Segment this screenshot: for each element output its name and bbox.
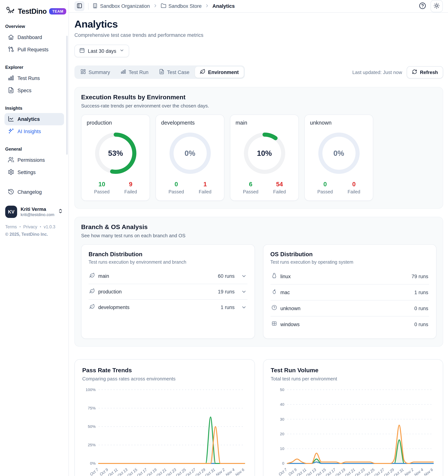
last-updated-label: Last updated: Just now — [352, 69, 402, 75]
breadcrumb-project[interactable]: Sandbox Store — [161, 3, 202, 10]
svg-text:25%: 25% — [88, 443, 96, 447]
divider — [88, 3, 89, 10]
branch-distribution-card: Branch Distribution Test runs execution … — [81, 244, 255, 339]
svg-text:0%: 0% — [90, 461, 96, 465]
sidebar-item-label: Specs — [17, 88, 31, 93]
chevron-down-icon — [119, 48, 124, 54]
sidebar-item-ai-insights[interactable]: AI Insights — [5, 125, 64, 138]
sidebar-scrollbar[interactable] — [66, 36, 68, 155]
run-count: 19 runs — [218, 289, 235, 295]
branch-os-panel: Branch & OS Analysis See how many test r… — [75, 217, 443, 347]
tab-environment[interactable]: Environment — [195, 67, 244, 78]
passed-count: 0 — [169, 181, 184, 188]
sidebar-item-settings[interactable]: Settings — [5, 166, 64, 179]
leaf-icon — [200, 69, 205, 75]
svg-text:Nov 4: Nov 4 — [413, 467, 424, 476]
svg-text:100%: 100% — [86, 387, 96, 392]
os-row-linux: linux 79 runs — [270, 268, 429, 284]
copyright: © 2025, TestDino Inc. — [5, 232, 63, 237]
run-count: 0 runs — [414, 322, 428, 327]
team-badge: TEAM — [49, 8, 66, 15]
svg-text:Oct 31: Oct 31 — [204, 467, 216, 476]
svg-text:Oct 7: Oct 7 — [89, 467, 99, 476]
main-content: Sandbox Organization Sandbox Store Analy… — [69, 0, 448, 476]
leaf-icon — [89, 272, 95, 280]
tab-test-run[interactable]: Test Run — [116, 67, 154, 78]
help-circle-icon — [419, 2, 426, 10]
execution-subtitle: Success-rate trends per environment over… — [81, 103, 437, 109]
gauge-percent: 10% — [241, 130, 287, 176]
svg-text:Nov 2: Nov 2 — [403, 467, 414, 476]
success-rate-gauge: 0% — [167, 130, 213, 176]
help-button[interactable] — [419, 2, 426, 10]
refresh-icon — [412, 69, 417, 75]
chevron-right-icon — [153, 3, 158, 10]
sidebar-item-permissions[interactable]: Permissions — [5, 154, 64, 166]
privacy-link[interactable]: Privacy — [23, 225, 37, 229]
env-card-production: production 53% 10Passed 9Failed — [81, 114, 150, 201]
linux-penguin-icon — [271, 272, 277, 280]
refresh-button[interactable]: Refresh — [407, 66, 443, 78]
theme-toggle-button[interactable] — [431, 0, 443, 12]
os-row-mac: mac 1 runs — [270, 284, 429, 300]
home-icon — [8, 34, 14, 41]
brand[interactable]: TestDino TEAM — [5, 0, 64, 20]
sidebar-item-changelog[interactable]: Changelog — [5, 186, 64, 198]
svg-text:20: 20 — [280, 432, 284, 436]
version-label: v1.0.3 — [44, 225, 55, 229]
dino-logo-icon — [5, 6, 15, 17]
user-menu[interactable]: KV Kriti Verma kriti@testdino.com — [5, 205, 64, 219]
tab-summary[interactable]: Summary — [75, 67, 115, 78]
avatar: KV — [5, 206, 17, 218]
environment-cards: production 53% 10Passed 9Failed — [81, 114, 437, 201]
topbar: Sandbox Organization Sandbox Store Analy… — [69, 0, 448, 13]
branch-row-developments[interactable]: developments 1 runs — [89, 300, 247, 315]
run-count: 60 runs — [218, 273, 235, 279]
branch-os-title: Branch & OS Analysis — [81, 223, 437, 231]
test-run-volume-chart: 01020304050Oct 7Oct 9Oct 11Oct 13Oct 15O… — [271, 385, 435, 476]
svg-text:Oct 31: Oct 31 — [393, 467, 404, 476]
branch-row-production[interactable]: production 19 runs — [89, 284, 247, 300]
sidebar-item-label: Settings — [17, 170, 36, 175]
pass-rate-trends-card: Pass Rate Trends Comparing pass rates ac… — [75, 359, 255, 476]
svg-text:Nov 2: Nov 2 — [215, 467, 226, 476]
windows-icon — [271, 321, 277, 328]
file-text-icon — [8, 87, 14, 94]
date-range-picker[interactable]: Last 30 days — [75, 45, 129, 57]
sidebar-item-pull-requests[interactable]: Pull Requests — [5, 44, 64, 56]
sidebar-item-analytics[interactable]: Analytics — [5, 113, 64, 125]
os-row-windows: windows 0 runs — [270, 317, 429, 332]
gear-icon — [8, 169, 14, 176]
success-rate-gauge: 10% — [241, 130, 287, 176]
user-name: Kriti Verma — [21, 206, 54, 212]
help-circle-icon — [271, 305, 277, 312]
test-run-volume-card: Test Run Volume Total test runs per envi… — [263, 359, 443, 476]
sun-icon — [433, 2, 440, 10]
sidebar-item-specs[interactable]: Specs — [5, 85, 64, 97]
branch-row-main[interactable]: main 60 runs — [89, 268, 247, 284]
sidebar-item-test-runs[interactable]: Test Runs — [5, 72, 64, 85]
chevron-right-icon — [205, 3, 209, 10]
run-count: 0 runs — [414, 306, 428, 311]
terms-link[interactable]: Terms — [5, 225, 17, 229]
failed-count: 0 — [348, 181, 360, 188]
chevron-down-icon[interactable] — [241, 289, 247, 295]
chevron-down-icon[interactable] — [241, 305, 247, 310]
sidebar-item-dashboard[interactable]: Dashboard — [5, 31, 64, 44]
tab-test-case[interactable]: Test Case — [154, 67, 194, 78]
chart-line-icon — [8, 115, 14, 123]
run-count: 1 runs — [221, 305, 235, 310]
run-count: 79 runs — [412, 273, 428, 279]
apple-icon — [271, 289, 277, 296]
breadcrumb-org[interactable]: Sandbox Organization — [92, 3, 150, 10]
file-text-icon — [159, 69, 164, 75]
svg-text:40: 40 — [280, 402, 284, 407]
sidebar-toggle-button[interactable] — [75, 1, 85, 11]
chevron-down-icon[interactable] — [241, 273, 247, 279]
charts-row: Pass Rate Trends Comparing pass rates ac… — [75, 359, 443, 476]
bar-chart-icon — [121, 69, 126, 75]
leaf-icon — [89, 288, 95, 295]
section-label-explorer: Explorer — [5, 65, 63, 70]
execution-title: Execution Results by Environment — [81, 94, 437, 101]
svg-text:0: 0 — [282, 461, 284, 465]
